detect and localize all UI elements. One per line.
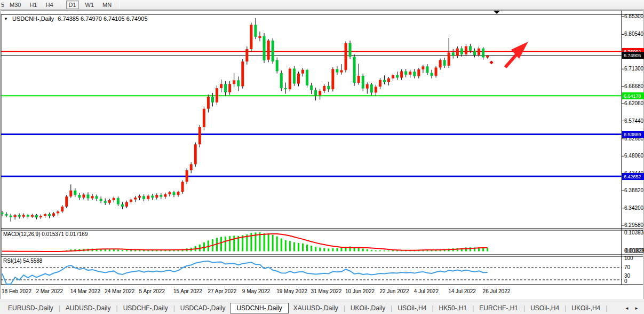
- symbol-tab-usdchfdaily[interactable]: USDCHF-,Daily: [118, 303, 173, 313]
- price-axis-label: 6.48060: [624, 153, 643, 159]
- time-axis-label: 2 Mar 2022: [36, 288, 63, 294]
- time-axis-label: 14 Mar 2022: [70, 288, 100, 294]
- chart-window: [1, 10, 643, 299]
- chart-header: ▼ USDCNH-,Daily 6.74385 6.74970 6.74105 …: [4, 15, 150, 22]
- symbol-tab-ukoilh4[interactable]: UKOil-,H4: [567, 303, 605, 313]
- macd-axis-overlap-label: 0.018297: [625, 248, 644, 254]
- price-level-badge: 6.64178: [622, 92, 644, 99]
- symbol-tab-xauusddaily[interactable]: XAUUSD-,Daily: [289, 303, 343, 313]
- symbol-tab-ukoildaily[interactable]: UKOil-,Daily: [346, 303, 390, 313]
- symbol-tab-hk50h1[interactable]: HK50-,H1: [434, 303, 472, 313]
- time-axis-label: 19 May 2022: [276, 288, 307, 294]
- timeframe-button-5[interactable]: 5: [0, 1, 4, 9]
- timeframe-button-m30[interactable]: M30: [7, 1, 23, 9]
- symbol-tab-eurusddaily[interactable]: EURUSD-,Daily: [3, 303, 58, 313]
- time-axis-label: 9 May 2022: [242, 288, 270, 294]
- timeframe-button-h4[interactable]: H4: [43, 1, 55, 9]
- price-level-badge: 6.42652: [622, 173, 644, 180]
- toolbar-separator: [61, 1, 61, 9]
- rsi-axis-label: 0: [624, 278, 627, 284]
- rsi-axis-label: 100: [624, 255, 633, 261]
- time-axis-label: 27 Apr 2022: [208, 288, 236, 294]
- price-axis-label: 6.71300: [624, 66, 643, 72]
- chart-symbol-label: USDCNH-,Daily: [12, 15, 54, 22]
- symbol-tab-eurchfh1[interactable]: EURCHF-,H1: [474, 303, 523, 313]
- price-axis-label: 6.62060: [624, 100, 643, 106]
- time-axis-label: 5 Apr 2022: [139, 288, 165, 294]
- price-axis-label: 6.29580: [624, 222, 643, 228]
- symbol-tab-usdcnhdaily[interactable]: USDCNH-,Daily: [230, 303, 288, 313]
- time-axis-label: 14 Jul 2022: [448, 288, 476, 294]
- timeframe-button-mn[interactable]: MN: [100, 1, 114, 9]
- chart-ohlc-values: 6.74385 6.74970 6.74105 6.74905: [58, 15, 147, 22]
- price-axis-label: 6.57440: [624, 118, 643, 124]
- timeframe-button-d1[interactable]: D1: [66, 1, 79, 9]
- price-level-badge: 6.53869: [622, 131, 644, 138]
- price-axis-label: 6.85300: [624, 13, 643, 19]
- rsi-axis-label: 70: [624, 264, 630, 270]
- time-axis-label: 15 Apr 2022: [173, 288, 202, 294]
- symbol-tab-audusddaily[interactable]: AUDUSD-,Daily: [61, 303, 116, 313]
- rsi-label: RSI(14) 54.5588: [3, 258, 42, 264]
- mt4-terminal: { "toolbar": { "timeframes": [ {"label":…: [0, 0, 644, 314]
- price-axis-label: 6.38820: [624, 187, 643, 193]
- tab-separator: |: [605, 304, 608, 312]
- macd-label: MACD(12,26,9) 0.015371 0.017169: [3, 231, 88, 237]
- timeframe-toolbar: 5M30H1H4D1W1MN: [0, 0, 644, 10]
- symbol-tab-usoilh4[interactable]: USOil-,H4: [393, 303, 431, 313]
- price-axis-label: 6.66680: [624, 83, 643, 89]
- timeframe-button-h1[interactable]: H1: [27, 1, 39, 9]
- symbol-tab-usoilh4[interactable]: USOil-,H4: [526, 303, 564, 313]
- price-axis-label: 6.34200: [624, 205, 643, 211]
- time-axis-label: 18 Feb 2022: [2, 288, 31, 294]
- time-axis-label: 26 Jul 2022: [483, 288, 511, 294]
- time-axis-label: 4 Jul 2022: [414, 288, 439, 294]
- price-level-badge: 6.74905: [622, 52, 644, 59]
- chart-menu-arrow-icon[interactable]: ▼: [4, 17, 8, 21]
- toolbar-separator: [119, 1, 120, 9]
- time-axis-label: 10 Jun 2022: [345, 288, 375, 294]
- macd-axis-upper-label: 0.103934: [624, 230, 644, 236]
- tab-scroll-arrows[interactable]: ◄ ►: [625, 306, 641, 311]
- time-axis-label: 31 May 2022: [311, 288, 342, 294]
- symbol-tab-usdcaddaily[interactable]: USDCAD-,Daily: [176, 303, 230, 313]
- symbol-tabbar: EURUSD-,Daily|AUDUSD-,Daily|USDCHF-,Dail…: [0, 302, 644, 314]
- price-axis-label: 6.80540: [624, 31, 643, 37]
- time-axis-label: 22 Jun 2022: [379, 288, 409, 294]
- timeframe-button-w1[interactable]: W1: [83, 1, 97, 9]
- time-axis-label: 24 Mar 2022: [105, 288, 134, 294]
